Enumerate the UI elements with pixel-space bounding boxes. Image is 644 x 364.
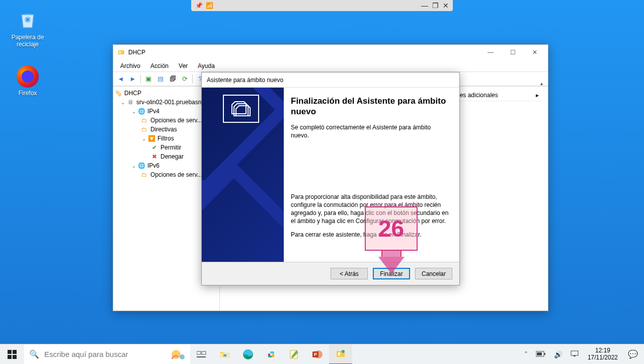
svg-rect-16 [272, 353, 274, 357]
svg-rect-10 [197, 356, 206, 357]
firefox-icon[interactable]: Firefox [8, 65, 48, 97]
tray-chevron-up-icon[interactable]: ˄ [522, 350, 530, 358]
wizard-cancel-button[interactable]: Cancelar [415, 268, 452, 279]
scroll-up-icon[interactable]: ▴ [540, 81, 543, 86]
ipv4-icon: 🌐 [137, 107, 145, 115]
clock-time: 12:19 [588, 347, 618, 354]
svg-rect-8 [197, 351, 201, 354]
wizard-side-graphic [202, 88, 284, 262]
svg-rect-12 [223, 354, 226, 356]
pin-icon[interactable]: 📌 [195, 2, 203, 9]
search-input[interactable] [44, 350, 185, 358]
wizard-text-1: Se completó correctamente el Asistente p… [291, 123, 450, 139]
add-button[interactable]: ▣ [143, 74, 154, 85]
dhcp-minimize-button[interactable]: — [479, 45, 502, 59]
task-view-button[interactable] [190, 344, 213, 365]
clock-date: 17/11/2022 [588, 354, 618, 361]
expander-icon[interactable]: ⌄ [140, 136, 147, 141]
firefox-label: Firefox [8, 90, 48, 97]
recycle-bin-label: Papelera de reciclaje [8, 34, 48, 48]
svg-rect-17 [268, 355, 272, 357]
folder-stack-icon [223, 95, 259, 123]
list-button[interactable]: ▤ [155, 74, 166, 85]
svg-rect-2 [8, 350, 12, 354]
svg-rect-15 [270, 351, 274, 353]
actions-more[interactable]: nes adicionales ▸ [452, 90, 543, 101]
toolbar-separator [192, 75, 193, 84]
dhcp-root-icon: 🏷️ [114, 89, 122, 97]
actions-more-label: nes adicionales [456, 92, 498, 99]
server-icon: 🖥 [126, 98, 134, 106]
battery-icon[interactable] [534, 350, 548, 358]
vm-minimize-button[interactable]: — [421, 2, 428, 10]
svg-point-24 [342, 350, 345, 353]
expander-icon[interactable]: ⌄ [119, 100, 126, 105]
network-icon[interactable] [569, 350, 581, 358]
dhcp-maximize-button[interactable]: ☐ [502, 45, 524, 59]
wizard-body: Finalización del Asistente para ámbito n… [202, 88, 459, 262]
svg-rect-9 [202, 351, 206, 354]
dhcp-taskbar-button[interactable] [329, 344, 352, 365]
wizard-title: Asistente para ámbito nuevo [207, 77, 283, 84]
wizard-text-3: Para cerrar este asistente, haga clic en… [291, 231, 450, 239]
file-explorer-button[interactable] [213, 344, 236, 365]
start-button[interactable] [0, 344, 24, 365]
cortana-icon[interactable] [170, 347, 187, 362]
svg-rect-0 [118, 50, 124, 54]
menu-ayuda[interactable]: Ayuda [194, 61, 219, 70]
menu-archivo[interactable]: Archivo [116, 61, 144, 70]
dhcp-title: DHCP [128, 49, 479, 56]
wizard-finish-button[interactable]: Finalizar [373, 268, 410, 279]
edge-button[interactable] [236, 344, 260, 365]
toolbar-separator [140, 75, 141, 84]
taskbar-search[interactable]: 🔍 [24, 344, 190, 365]
taskbar-clock[interactable]: 12:19 17/11/2022 [585, 347, 621, 361]
slack-button[interactable] [260, 344, 283, 365]
powerpoint-button[interactable]: P [306, 344, 329, 365]
svg-rect-26 [537, 352, 542, 355]
svg-text:P: P [314, 352, 317, 357]
menu-accion[interactable]: Acción [146, 61, 173, 70]
folder-icon: 🗀 [140, 125, 148, 133]
vm-close-button[interactable]: ✕ [443, 2, 449, 10]
svg-rect-29 [574, 355, 576, 356]
filter-icon: 🔽 [147, 134, 155, 142]
dhcp-menubar: Archivo Acción Ver Ayuda [113, 60, 548, 72]
folder-icon: 🗀 [140, 171, 148, 179]
dhcp-app-icon [117, 48, 125, 56]
allow-icon: ✔ [150, 143, 158, 152]
signal-icon: 📶 [206, 2, 213, 9]
svg-rect-28 [571, 351, 578, 355]
system-tray: ˄ 🔊 12:19 17/11/2022 💬 [519, 344, 644, 364]
notification-center-button[interactable]: 💬 [625, 349, 641, 359]
ipv6-icon: 🌐 [137, 162, 145, 170]
forward-button[interactable]: ► [127, 74, 138, 85]
wizard-titlebar[interactable]: Asistente para ámbito nuevo [202, 72, 459, 88]
refresh-button[interactable]: ⟳ [179, 74, 190, 85]
back-button[interactable]: ◄ [115, 74, 126, 85]
dhcp-titlebar[interactable]: DHCP — ☐ ✕ [113, 45, 548, 60]
firefox-logo-icon [17, 65, 39, 88]
vm-restore-button[interactable]: ❐ [432, 2, 439, 10]
search-icon: 🔍 [29, 349, 39, 359]
export-button[interactable]: 🗐 [167, 74, 178, 85]
expander-icon[interactable]: ⌄ [130, 109, 137, 114]
actions-panel: nes adicionales ▸ ▴ [452, 90, 543, 101]
menu-ver[interactable]: Ver [175, 61, 192, 70]
svg-rect-23 [338, 352, 340, 355]
wizard-button-row: < Atrás Finalizar Cancelar [202, 262, 459, 285]
expander-icon[interactable]: ⌄ [130, 163, 137, 169]
volume-icon[interactable]: 🔊 [552, 350, 565, 358]
trash-icon [16, 8, 40, 32]
svg-rect-27 [544, 353, 545, 355]
wizard-back-button[interactable]: < Atrás [331, 268, 368, 279]
chevron-right-icon: ▸ [536, 92, 539, 99]
taskbar: 🔍 P ˄ 🔊 [0, 344, 644, 364]
recycle-bin-icon[interactable]: Papelera de reciclaje [8, 8, 48, 48]
svg-rect-1 [119, 51, 121, 53]
deny-icon: ✖ [150, 153, 158, 161]
wizard-main: Finalización del Asistente para ámbito n… [284, 88, 459, 262]
new-scope-wizard-dialog: Asistente para ámbito nuevo Finalización… [201, 72, 460, 285]
dhcp-close-button[interactable]: ✕ [524, 45, 546, 59]
notepad-button[interactable] [283, 344, 306, 365]
